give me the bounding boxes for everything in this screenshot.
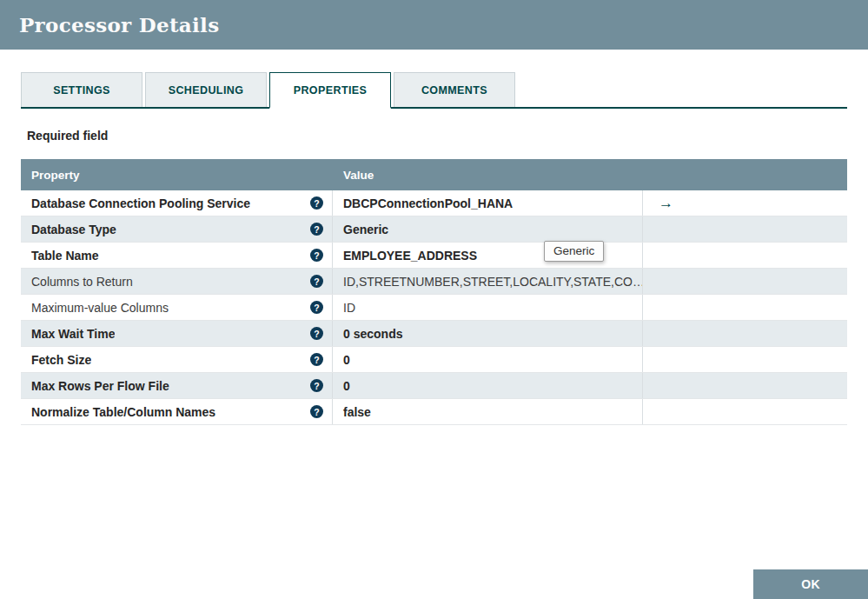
property-value: ID bbox=[343, 301, 355, 315]
tab-bar: SETTINGS SCHEDULING PROPERTIES COMMENTS bbox=[21, 72, 847, 109]
goto-service-icon[interactable]: → bbox=[659, 195, 673, 212]
properties-table: Property Value Database Connection Pooli… bbox=[21, 159, 847, 425]
property-value: false bbox=[343, 405, 371, 419]
property-value: DBCPConnectionPool_HANA bbox=[343, 196, 513, 210]
property-value: Generic bbox=[343, 223, 388, 236]
dialog-content: SETTINGS SCHEDULING PROPERTIES COMMENTS … bbox=[0, 72, 868, 425]
property-name: Columns to Return bbox=[31, 275, 133, 289]
tab-comments[interactable]: COMMENTS bbox=[394, 72, 515, 107]
property-value: EMPLOYEE_ADDRESS bbox=[343, 249, 477, 263]
property-row: Normalize Table/Column Names ? false bbox=[21, 399, 847, 425]
property-value: 0 seconds bbox=[343, 327, 402, 341]
property-name: Max Rows Per Flow File bbox=[31, 379, 169, 393]
property-name: Fetch Size bbox=[31, 353, 91, 367]
tab-settings[interactable]: SETTINGS bbox=[21, 72, 142, 107]
help-icon[interactable]: ? bbox=[310, 196, 323, 210]
tab-settings-label: SETTINGS bbox=[53, 84, 110, 97]
property-row: Columns to Return ? ID,STREETNUMBER,STRE… bbox=[21, 269, 847, 295]
property-row: Maximum-value Columns ? ID bbox=[21, 295, 847, 321]
help-icon[interactable]: ? bbox=[310, 249, 323, 262]
tab-scheduling-label: SCHEDULING bbox=[169, 84, 244, 97]
column-header-value: Value bbox=[333, 169, 643, 182]
help-icon[interactable]: ? bbox=[310, 405, 323, 418]
tab-properties-label: PROPERTIES bbox=[294, 84, 368, 97]
properties-table-body: Database Connection Pooling Service ? DB… bbox=[21, 190, 847, 425]
property-name: Normalize Table/Column Names bbox=[31, 405, 215, 419]
property-value: 0 bbox=[343, 379, 350, 393]
properties-table-header: Property Value bbox=[21, 159, 847, 190]
help-icon[interactable]: ? bbox=[310, 223, 323, 236]
ok-button[interactable]: OK bbox=[753, 569, 868, 599]
help-icon[interactable]: ? bbox=[310, 379, 323, 392]
property-name: Database Type bbox=[31, 223, 116, 236]
property-row: Fetch Size ? 0 bbox=[21, 347, 847, 373]
tab-scheduling[interactable]: SCHEDULING bbox=[145, 72, 267, 107]
required-field-label: Required field bbox=[27, 129, 847, 143]
property-name: Max Wait Time bbox=[31, 327, 115, 341]
help-icon[interactable]: ? bbox=[310, 327, 323, 340]
property-name: Table Name bbox=[31, 249, 99, 263]
property-row: Database Type ? Generic bbox=[21, 216, 847, 243]
property-row: Table Name ? EMPLOYEE_ADDRESS bbox=[21, 243, 847, 269]
column-header-property: Property bbox=[21, 169, 333, 182]
property-name: Database Connection Pooling Service bbox=[31, 196, 250, 210]
dialog-title: Processor Details bbox=[19, 13, 219, 37]
tab-comments-label: COMMENTS bbox=[421, 84, 487, 97]
help-icon[interactable]: ? bbox=[310, 353, 323, 366]
property-row: Max Wait Time ? 0 seconds bbox=[21, 321, 847, 347]
property-row: Max Rows Per Flow File ? 0 bbox=[21, 373, 847, 399]
property-row: Database Connection Pooling Service ? DB… bbox=[21, 190, 847, 216]
property-name: Maximum-value Columns bbox=[31, 301, 169, 315]
value-tooltip: Generic bbox=[544, 241, 604, 262]
tab-properties[interactable]: PROPERTIES bbox=[269, 72, 391, 109]
help-icon[interactable]: ? bbox=[310, 301, 323, 314]
dialog-header: Processor Details bbox=[0, 0, 868, 50]
help-icon[interactable]: ? bbox=[310, 275, 323, 288]
property-value: ID,STREETNUMBER,STREET,LOCALITY,STATE,CO… bbox=[343, 275, 643, 289]
property-value: 0 bbox=[343, 353, 350, 367]
